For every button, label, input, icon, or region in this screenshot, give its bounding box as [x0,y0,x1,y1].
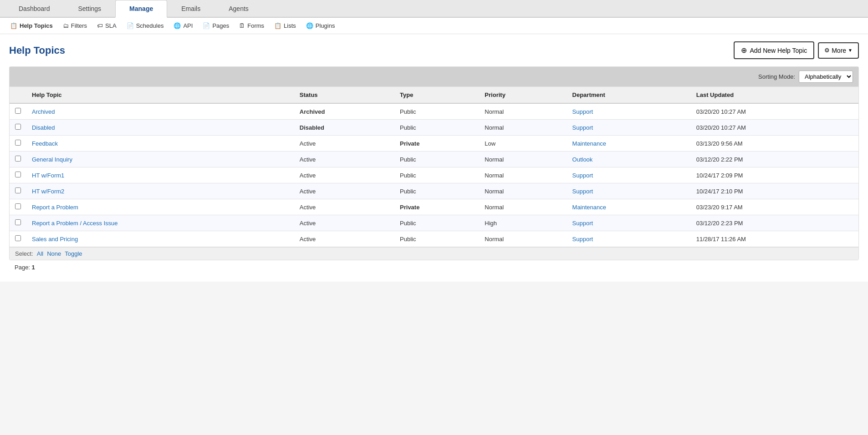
row-checkbox[interactable] [15,108,21,114]
subnav-lists-label: Lists [284,22,296,29]
page-footer: Page: 1 [9,260,859,274]
topic-link[interactable]: Report a Problem / Access Issue [32,220,118,227]
tab-agents[interactable]: Agents [214,0,263,18]
row-checkbox[interactable] [15,124,21,130]
filters-icon: 🗂 [63,22,69,29]
subnav-forms[interactable]: 🗓 Forms [235,20,268,31]
row-checkbox[interactable] [15,203,21,209]
col-type: Type [394,87,479,104]
tab-manage[interactable]: Manage [115,0,167,18]
priority-cell: Normal [479,167,567,183]
sorting-mode-label: Sorting Mode: [758,73,795,80]
select-all-link[interactable]: All [37,250,43,257]
last-updated-cell: 03/13/20 9:56 AM [691,136,858,152]
department-link[interactable]: Support [572,172,593,179]
more-button[interactable]: ⚙ More ▼ [818,42,859,59]
pages-icon: 📄 [203,22,210,29]
topic-link[interactable]: HT w/Form2 [32,188,64,195]
type-cell: Public [394,120,479,136]
type-cell: Private [394,136,479,152]
subnav-filters-label: Filters [71,22,87,29]
col-department: Department [567,87,691,104]
table-header-row: Help Topic Status Type Priority Departme… [10,87,858,104]
col-status: Status [294,87,394,104]
type-cell: Public [394,152,479,167]
header-actions: ⊕ Add New Help Topic ⚙ More ▼ [734,41,859,59]
table-row: ArchivedArchivedPublicNormalSupport03/20… [10,103,858,120]
topic-link[interactable]: Feedback [32,140,58,147]
table-row: Sales and PricingActivePublicNormalSuppo… [10,231,858,247]
priority-cell: Normal [479,103,567,120]
status-cell: Disabled [294,120,394,136]
department-link[interactable]: Support [572,220,593,227]
type-cell: Public [394,103,479,120]
row-checkbox[interactable] [15,187,21,193]
col-help-topic: Help Topic [26,87,294,104]
select-label: Select: [15,250,33,257]
department-link[interactable]: Support [572,124,593,131]
priority-cell: Normal [479,183,567,199]
priority-cell: Normal [479,199,567,215]
last-updated-cell: 03/23/20 9:17 AM [691,199,858,215]
department-link[interactable]: Support [572,188,593,195]
sorting-select[interactable]: Alphabetically [799,71,853,83]
topic-link[interactable]: Report a Problem [32,204,78,211]
topic-link[interactable]: Archived [32,108,55,115]
last-updated-cell: 10/24/17 2:10 PM [691,183,858,199]
status-cell: Active [294,152,394,167]
sorting-bar: Sorting Mode: Alphabetically [10,67,858,86]
lists-icon: 📋 [274,22,281,29]
subnav-sla-label: SLA [105,22,117,29]
main-content: Help Topics ⊕ Add New Help Topic ⚙ More … [0,34,868,282]
page-header: Help Topics ⊕ Add New Help Topic ⚙ More … [9,41,859,59]
tab-emails[interactable]: Emails [167,0,214,18]
subnav-forms-label: Forms [247,22,264,29]
subnav-filters[interactable]: 🗂 Filters [59,20,91,31]
help-topics-icon: 📋 [10,22,17,29]
select-none-link[interactable]: None [47,250,61,257]
row-checkbox[interactable] [15,219,21,225]
page-number: 1 [32,264,35,271]
priority-cell: Normal [479,231,567,247]
table-select-footer: Select: All None Toggle [10,247,858,260]
row-checkbox[interactable] [15,172,21,177]
last-updated-cell: 11/28/17 11:26 AM [691,231,858,247]
last-updated-cell: 03/20/20 10:27 AM [691,120,858,136]
page-label: Page: [15,264,32,271]
type-cell: Public [394,231,479,247]
department-link[interactable]: Outlook [572,156,593,163]
subnav-plugins[interactable]: 🌐 Plugins [302,20,339,31]
tab-settings[interactable]: Settings [64,0,116,18]
subnav-lists[interactable]: 📋 Lists [271,20,300,31]
department-link[interactable]: Support [572,108,593,115]
status-cell: Active [294,215,394,231]
help-topics-table-wrapper: Sorting Mode: Alphabetically Help Topic … [9,66,859,260]
row-checkbox[interactable] [15,235,21,241]
api-icon: 🌐 [174,22,181,29]
subnav-pages[interactable]: 📄 Pages [199,20,233,31]
subnav-schedules[interactable]: 📄 Schedules [123,20,168,31]
department-link[interactable]: Maintenance [572,204,606,211]
topic-link[interactable]: HT w/Form1 [32,172,64,179]
table-row: Report a Problem / Access IssueActivePub… [10,215,858,231]
select-toggle-link[interactable]: Toggle [65,250,82,257]
department-link[interactable]: Support [572,236,593,243]
subnav-help-topics[interactable]: 📋 Help Topics [6,20,56,31]
priority-cell: Low [479,136,567,152]
col-last-updated: Last Updated [691,87,858,104]
topic-link[interactable]: Sales and Pricing [32,236,78,243]
type-cell: Public [394,215,479,231]
topic-link[interactable]: Disabled [32,124,55,131]
topic-link[interactable]: General Inquiry [32,156,72,163]
tab-dashboard[interactable]: Dashboard [5,0,64,18]
subnav-sla[interactable]: 🏷 SLA [93,20,120,31]
gear-icon: ⚙ [824,47,830,54]
add-new-help-topic-button[interactable]: ⊕ Add New Help Topic [734,41,814,59]
row-checkbox[interactable] [15,140,21,146]
help-topics-table: Help Topic Status Type Priority Departme… [10,86,858,247]
more-button-label: More [832,47,846,54]
subnav-api-label: API [183,22,193,29]
subnav-api[interactable]: 🌐 API [170,20,196,31]
department-link[interactable]: Maintenance [572,140,606,147]
row-checkbox[interactable] [15,156,21,162]
